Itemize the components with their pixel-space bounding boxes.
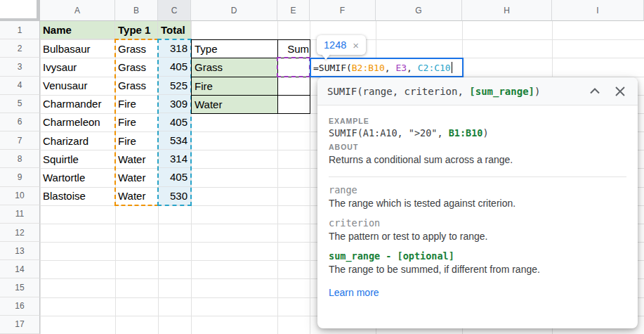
cell-E3[interactable]: Grass <box>191 58 278 77</box>
cell-C3[interactable]: 405 <box>158 58 191 76</box>
param-name-range: range <box>329 184 626 195</box>
column-header-D[interactable]: D <box>191 0 277 21</box>
row-header-14[interactable]: 14 <box>0 260 40 278</box>
cell-B7[interactable]: Fire <box>115 131 158 150</box>
row-header-16[interactable]: 16 <box>0 297 40 316</box>
cell-C7[interactable]: 534 <box>158 131 191 150</box>
example-code-prefix: SUMIF(A1:A10, ">20", <box>329 127 449 139</box>
column-header-A[interactable]: A <box>40 0 115 21</box>
signature-suffix: ) <box>534 86 540 97</box>
chevron-up-icon <box>590 88 600 94</box>
cell-A9[interactable]: Wartortle <box>40 168 115 186</box>
signature-optional-arg: [sum_range] <box>469 86 534 97</box>
param-desc-range: The range which is tested against criter… <box>329 197 626 210</box>
cell-F5[interactable] <box>277 95 310 114</box>
row-header-11[interactable]: 11 <box>0 205 40 224</box>
range-highlight-E3 <box>277 57 310 77</box>
cell-B3[interactable]: Grass <box>115 58 158 76</box>
cell-B10[interactable]: Water <box>115 187 158 205</box>
cell-A4[interactable]: Venusaur <box>40 77 115 95</box>
cell-E4[interactable]: Fire <box>191 77 278 96</box>
cell-A2[interactable]: Bulbasaur <box>40 39 115 58</box>
cell-B6[interactable]: Fire <box>115 113 158 131</box>
param-name-criterion: criterion <box>329 217 626 229</box>
row-header-8[interactable]: 8 <box>0 150 40 168</box>
column-header-B[interactable]: B <box>115 0 158 21</box>
close-icon <box>615 86 625 96</box>
row-header-9[interactable]: 9 <box>0 168 40 186</box>
example-code-highlight: B1:B10 <box>449 127 483 139</box>
cell-C6[interactable]: 405 <box>158 113 191 131</box>
cell-C4[interactable]: 525 <box>158 77 191 95</box>
column-header-H[interactable]: H <box>462 0 552 21</box>
row-header-4[interactable]: 4 <box>0 77 40 95</box>
example-code: SUMIF(A1:A10, ">20", B1:B10) <box>329 127 626 139</box>
row-header-7[interactable]: 7 <box>0 131 40 150</box>
row-header-5[interactable]: 5 <box>0 95 40 113</box>
cell-A5[interactable]: Charmander <box>40 95 115 113</box>
cell-E2[interactable]: Type <box>191 39 278 58</box>
function-signature: SUMIF(range, criterion, [sum_range]) <box>327 86 577 97</box>
cell-C5[interactable]: 309 <box>158 95 191 113</box>
formula-token: B2:B10 <box>352 63 385 73</box>
formula-token: E3 <box>395 63 407 73</box>
cell-B1[interactable]: Type 1 <box>115 21 158 39</box>
cell-A6[interactable]: Charmeleon <box>40 113 115 131</box>
row-header-17[interactable]: 17 <box>0 316 40 334</box>
example-label: EXAMPLE <box>329 117 626 125</box>
cell-A1[interactable]: Name <box>40 21 115 39</box>
cell-F4[interactable] <box>277 77 310 96</box>
formula-token: , <box>385 63 396 73</box>
about-label: ABOUT <box>329 143 626 151</box>
cell-B5[interactable]: Fire <box>115 95 158 113</box>
row-header-1[interactable]: 1 <box>0 21 40 39</box>
cell-B8[interactable]: Water <box>115 150 158 168</box>
cell-F2[interactable]: Sum <box>277 39 310 58</box>
text-cursor <box>452 62 452 73</box>
cell-B2[interactable]: Grass <box>115 39 158 58</box>
learn-more-link[interactable]: Learn more <box>329 287 379 298</box>
cell-B9[interactable]: Water <box>115 168 158 186</box>
cell-A3[interactable]: Ivysaur <box>40 58 115 76</box>
chip-close-icon[interactable]: × <box>353 40 359 51</box>
cell-C2[interactable]: 318 <box>158 39 191 58</box>
formula-token: , <box>407 63 418 73</box>
example-code-suffix: ) <box>482 127 488 139</box>
cell-B4[interactable]: Grass <box>115 77 158 95</box>
collapse-button[interactable] <box>587 84 603 99</box>
row-header-2[interactable]: 2 <box>0 39 40 58</box>
signature-prefix: SUMIF(range, criterion, <box>327 86 469 97</box>
about-text: Returns a conditional sum across a range… <box>329 153 626 167</box>
cell-C9[interactable]: 405 <box>158 168 191 186</box>
row-header-6[interactable]: 6 <box>0 113 40 131</box>
param-desc-sum-range: The range to be summed, if different fro… <box>329 263 626 276</box>
row-header-12[interactable]: 12 <box>0 224 40 242</box>
select-all-corner[interactable] <box>0 0 40 21</box>
cell-A8[interactable]: Squirtle <box>40 150 115 168</box>
row-header-15[interactable]: 15 <box>0 278 40 297</box>
formula-result-chip: 1248 × <box>317 35 366 55</box>
row-header-3[interactable]: 3 <box>0 58 40 76</box>
cell-C10[interactable]: 530 <box>158 187 191 205</box>
function-help-body: EXAMPLE SUMIF(A1:A10, ">20", B1:B10) ABO… <box>317 105 638 309</box>
cell-C8[interactable]: 314 <box>158 150 191 168</box>
column-header-G[interactable]: G <box>376 0 462 21</box>
row-header-13[interactable]: 13 <box>0 242 40 260</box>
cell-E5[interactable]: Water <box>191 95 278 114</box>
row-header-10[interactable]: 10 <box>0 187 40 205</box>
cell-A10[interactable]: Blastoise <box>40 187 115 205</box>
column-header-C[interactable]: C <box>158 0 191 21</box>
formula-token: C2:C10 <box>418 63 451 73</box>
cell-A7[interactable]: Charizard <box>40 131 115 150</box>
formula-editor[interactable]: =SUMIF(B2:B10, E3, C2:C10 <box>310 58 464 77</box>
column-header-I[interactable]: I <box>552 0 644 21</box>
divider <box>329 176 626 177</box>
formula-result-value: 1248 <box>324 39 346 51</box>
close-button[interactable] <box>612 84 628 99</box>
function-help-panel: SUMIF(range, criterion, [sum_range]) EXA… <box>317 77 638 328</box>
cell-C1[interactable]: Total <box>158 21 191 39</box>
column-header-F[interactable]: F <box>310 0 376 21</box>
param-desc-criterion: The pattern or test to apply to range. <box>329 230 626 243</box>
chip-pointer <box>321 53 331 60</box>
column-header-E[interactable]: E <box>277 0 310 21</box>
